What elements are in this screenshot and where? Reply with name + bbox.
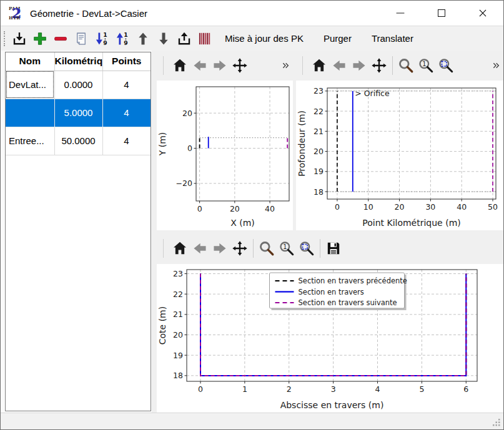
svg-text:−20: −20: [176, 178, 192, 188]
plot-toolbar-handle: [302, 56, 303, 75]
plot-pan-button[interactable]: [230, 237, 250, 260]
toolbar-drag-handle[interactable]: [4, 31, 5, 46]
cell-nom[interactable]: Entree...: [6, 127, 54, 155]
plan-view-chart[interactable]: 02040−20020X (m)Y (m): [157, 81, 293, 230]
arrow-right-icon: [351, 57, 367, 74]
svg-text:19: 19: [173, 351, 183, 360]
move-icon: [371, 57, 387, 74]
toolbar-extension-button[interactable]: [280, 58, 292, 73]
header-nom[interactable]: Nom: [6, 52, 54, 71]
plot-home-button[interactable]: [309, 54, 329, 77]
svg-text:18: 18: [314, 187, 324, 197]
plot-back-button[interactable]: [190, 54, 210, 77]
move-up-button[interactable]: [132, 29, 153, 49]
resize-grip[interactable]: [492, 418, 501, 427]
table-header-row: Nom Kilométrique Points: [6, 52, 151, 71]
plot-zoom-rect-button[interactable]: [436, 54, 456, 77]
sort-ascending-button[interactable]: [91, 29, 112, 49]
svg-text:5: 5: [419, 384, 424, 394]
close-button[interactable]: [462, 1, 503, 26]
app-window: PAM 2 HYR Géometrie - DevLat->Casier Mis…: [0, 0, 504, 430]
delete-button[interactable]: [50, 29, 71, 49]
plot-home-button[interactable]: [170, 54, 190, 77]
svg-text:21: 21: [173, 310, 183, 319]
sort-descending-button[interactable]: [112, 29, 132, 49]
cell-points[interactable]: 4: [102, 127, 151, 155]
sections-panel: Nom Kilométrique Points DevLat...0.00004…: [1, 51, 152, 413]
plot-pan-button[interactable]: [230, 54, 250, 77]
home-icon: [311, 57, 327, 74]
table-row[interactable]: Entree...50.00004: [6, 127, 151, 155]
magnifier-icon: [398, 57, 414, 74]
svg-text:20: 20: [230, 204, 240, 213]
status-bar: [1, 413, 503, 429]
arrow-right-icon: [212, 240, 228, 257]
minimize-button[interactable]: [380, 1, 421, 26]
import-button[interactable]: [9, 29, 29, 49]
plot-zoom-one-button[interactable]: [277, 237, 297, 260]
cross-section-chart[interactable]: 0123456181920212223Abscisse en travers (…: [157, 264, 503, 413]
plot-home-button[interactable]: [170, 237, 190, 260]
plot-zoom-button[interactable]: [396, 54, 416, 77]
plot-forward-button[interactable]: [210, 54, 230, 77]
plot-zoom-one-button[interactable]: [416, 54, 436, 77]
svg-text:30: 30: [425, 202, 435, 212]
plot-save-button[interactable]: [324, 237, 343, 260]
close-icon: [476, 6, 490, 20]
maximize-button[interactable]: [421, 1, 462, 26]
toolbar-separator: [392, 56, 393, 75]
update-pk-icon-button[interactable]: [194, 29, 215, 49]
header-kilometrique[interactable]: Kilométrique: [54, 52, 102, 71]
plot-forward-button[interactable]: [349, 54, 369, 77]
table-row[interactable]: 5.00004: [6, 99, 151, 127]
cell-pk[interactable]: 5.0000: [54, 99, 102, 127]
red-bars-icon: [197, 31, 213, 47]
svg-text:Section en travers précédente: Section en travers précédente: [299, 276, 407, 285]
profile-chart[interactable]: 01020304050181920212223Point Kilométriqu…: [296, 81, 503, 230]
plot-back-button[interactable]: [329, 54, 349, 77]
svg-text:6: 6: [463, 384, 468, 394]
cell-pk[interactable]: 50.0000: [54, 127, 102, 155]
app-icon-text-bottom: HYR: [9, 15, 20, 21]
window-controls: [380, 1, 503, 26]
plot-back-button[interactable]: [190, 237, 210, 260]
cell-nom[interactable]: [6, 99, 54, 127]
svg-text:0: 0: [197, 204, 202, 213]
cell-points[interactable]: 4: [102, 99, 151, 127]
move-down-button[interactable]: [153, 29, 174, 49]
move-icon: [232, 240, 248, 257]
arrow-left-icon: [331, 57, 347, 74]
update-pk-button[interactable]: Mise à jour des PK: [219, 29, 309, 49]
table-row[interactable]: DevLat...0.00004: [6, 71, 151, 99]
magnifier-rect-icon: [438, 57, 454, 74]
magnifier-1-icon: [418, 57, 434, 74]
svg-text:3: 3: [331, 384, 336, 394]
cell-nom[interactable]: DevLat...: [6, 71, 54, 99]
export-button[interactable]: [174, 29, 194, 49]
plan-view-figure: 02040−20020X (m)Y (m): [157, 51, 293, 230]
plot-zoom-button[interactable]: [257, 237, 277, 260]
plot-zoom-rect-button[interactable]: [297, 237, 317, 260]
cell-pk[interactable]: 0.0000: [54, 71, 102, 99]
translate-button[interactable]: Translater: [366, 29, 419, 49]
cell-points[interactable]: 4: [102, 71, 151, 99]
header-points[interactable]: Points: [102, 52, 151, 71]
svg-text:20: 20: [173, 330, 183, 340]
magnifier-1-icon: [279, 240, 295, 257]
arrow-down-icon: [156, 31, 172, 47]
svg-text:1: 1: [242, 384, 247, 394]
plot-pan-button[interactable]: [369, 54, 389, 77]
plot-forward-button[interactable]: [210, 237, 230, 260]
toolbar-extension-button[interactable]: [491, 58, 502, 73]
svg-text:23: 23: [314, 86, 324, 95]
svg-text:Abscisse en travers (m): Abscisse en travers (m): [280, 400, 384, 410]
purge-button[interactable]: Purger: [318, 29, 357, 49]
svg-text:23: 23: [173, 269, 183, 278]
duplicate-button[interactable]: [71, 29, 91, 49]
svg-text:19: 19: [314, 167, 324, 176]
add-button[interactable]: [29, 29, 50, 49]
svg-text:10: 10: [363, 202, 373, 212]
svg-text:> Orifice: > Orifice: [355, 89, 390, 98]
svg-text:2: 2: [287, 384, 292, 394]
svg-text:21: 21: [314, 127, 324, 136]
